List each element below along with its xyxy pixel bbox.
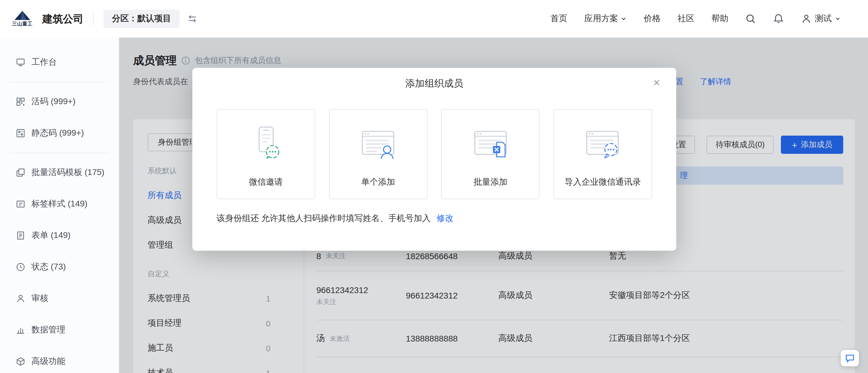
audit-icon	[16, 294, 25, 304]
close-icon[interactable]: ✕	[651, 75, 663, 91]
customer-service-button[interactable]	[841, 350, 859, 366]
option-label: 微信邀请	[249, 177, 283, 199]
sidebar-item-label: 状态 (73)	[31, 262, 66, 272]
option-wecom-import[interactable]: 导入企业微信通讯录	[554, 109, 652, 199]
add-options: 微信邀请 单个添加	[217, 109, 652, 199]
workbench-icon	[16, 58, 25, 67]
sidebar-item-form[interactable]: 表单 (149)	[0, 220, 119, 251]
partition-selector[interactable]: 分区：默认项目	[103, 10, 180, 28]
sidebar-item-label: 表单 (149)	[31, 230, 70, 241]
status-icon	[16, 262, 25, 272]
nav-solutions-label: 应用方案	[584, 13, 618, 24]
nav-community-label: 社区	[678, 13, 694, 24]
switch-partition-icon[interactable]	[187, 15, 198, 23]
sidebar-item-audit[interactable]: 审核	[0, 283, 119, 314]
batch-add-icon	[471, 110, 510, 177]
logo-icon	[14, 10, 30, 20]
logo[interactable]: 三山重工	[12, 10, 33, 27]
live-qr-icon	[16, 97, 25, 107]
logo-text: 三山重工	[12, 20, 33, 27]
option-label: 批量添加	[474, 177, 507, 199]
company-name: 建筑公司	[42, 12, 84, 26]
option-batch-add[interactable]: 批量添加	[441, 109, 540, 199]
sidebar-item-advanced[interactable]: 高级功能	[0, 346, 119, 373]
navbar-menu: 首页 应用方案 价格 社区 帮助 测试	[551, 13, 841, 24]
chat-icon	[845, 354, 855, 363]
sidebar-item-workbench[interactable]: 工作台	[0, 47, 119, 78]
search-icon[interactable]	[745, 13, 756, 24]
batch-template-icon	[16, 168, 25, 177]
sidebar-item-status[interactable]: 状态 (73)	[0, 251, 119, 283]
nav-home-label: 首页	[551, 13, 567, 24]
sidebar-item-label: 工作台	[31, 57, 57, 68]
sidebar-item-batch-template[interactable]: 批量活码模板 (175)	[0, 157, 119, 188]
nav-pricing-label: 价格	[644, 13, 660, 24]
user-menu[interactable]: 测试	[801, 13, 841, 24]
app: 三山重工 建筑公司 分区：默认项目 首页 应用方案 价格 社区 帮助	[0, 0, 868, 373]
bell-icon[interactable]	[773, 13, 784, 24]
sidebar-divider	[10, 82, 109, 82]
sidebar-item-label: 静态码 (999+)	[31, 128, 84, 139]
nav-pricing[interactable]: 价格	[644, 13, 660, 24]
chevron-down-icon	[835, 16, 841, 22]
wecom-import-icon	[583, 110, 622, 177]
option-label: 单个添加	[361, 177, 395, 199]
navbar-divider	[93, 12, 94, 25]
advanced-icon	[16, 357, 25, 366]
sidebar-item-label: 批量活码模板 (175)	[31, 167, 104, 178]
sidebar-item-label-style[interactable]: 标签样式 (149)	[0, 188, 119, 220]
option-wechat-invite[interactable]: 微信邀请	[217, 109, 315, 199]
nav-community[interactable]: 社区	[678, 13, 694, 24]
option-single-add[interactable]: 单个添加	[329, 109, 427, 199]
add-member-modal: 添加组织成员 ✕	[192, 68, 676, 251]
sidebar-item-live-qr[interactable]: 活码 (999+)	[0, 86, 119, 117]
modal-footer: 该身份组还 允许其他人扫码操作时填写姓名、手机号加入 修改	[217, 213, 652, 224]
chevron-down-icon	[621, 16, 627, 22]
sidebar-divider	[10, 152, 109, 153]
user-icon	[801, 13, 812, 24]
sidebar-item-label: 标签样式 (149)	[31, 199, 87, 209]
single-add-icon	[359, 110, 397, 177]
sidebar-item-label: 数据管理	[31, 324, 65, 336]
modify-link[interactable]: 修改	[437, 213, 454, 223]
sidebar: 工作台 活码 (999+) 静态码 (999+) 批量活码模板 (175) 标签…	[0, 37, 119, 373]
data-icon	[16, 325, 25, 335]
modal-footer-text: 该身份组还 允许其他人扫码操作时填写姓名、手机号加入	[217, 213, 431, 223]
wechat-invite-icon	[247, 110, 285, 177]
sidebar-item-label: 审核	[31, 293, 49, 304]
modal-title: 添加组织成员	[217, 78, 652, 90]
label-style-icon	[16, 199, 25, 209]
nav-help-label: 帮助	[711, 13, 728, 24]
static-qr-icon	[16, 128, 25, 138]
sidebar-item-static-qr[interactable]: 静态码 (999+)	[0, 117, 119, 149]
nav-home[interactable]: 首页	[551, 13, 567, 24]
option-label: 导入企业微信通讯录	[565, 177, 641, 199]
nav-help[interactable]: 帮助	[711, 13, 728, 24]
sidebar-item-data[interactable]: 数据管理	[0, 314, 119, 346]
user-name: 测试	[815, 13, 832, 24]
form-icon	[16, 231, 25, 240]
top-navbar: 三山重工 建筑公司 分区：默认项目 首页 应用方案 价格 社区 帮助	[0, 0, 868, 37]
sidebar-item-label: 活码 (999+)	[31, 96, 75, 107]
sidebar-item-label: 高级功能	[31, 356, 65, 367]
nav-solutions[interactable]: 应用方案	[584, 13, 627, 24]
